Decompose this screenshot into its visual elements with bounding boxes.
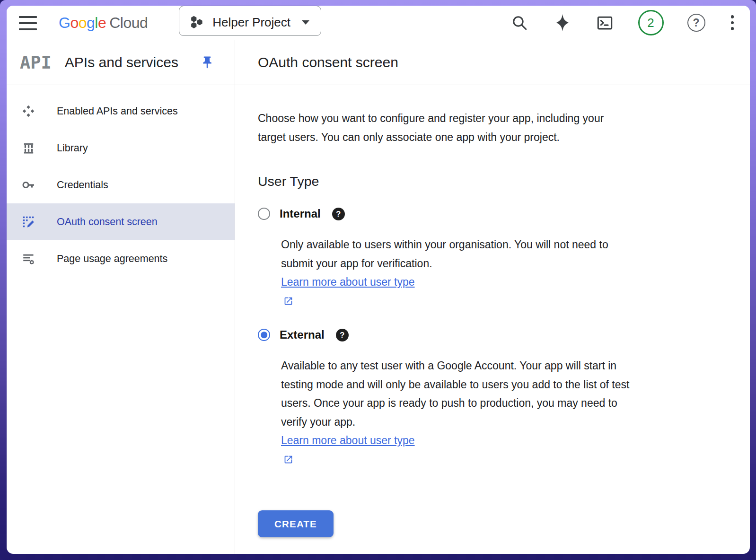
internal-help-icon[interactable]: ?	[332, 208, 345, 220]
hamburger-menu-icon[interactable]	[19, 16, 37, 30]
main-content: Choose how you want to configure and reg…	[235, 85, 750, 554]
sidebar-item-credentials[interactable]: Credentials	[7, 166, 235, 203]
external-help-icon[interactable]: ?	[336, 329, 349, 341]
page-agreements-icon	[21, 251, 36, 266]
intro-text: Choose how you want to configure and reg…	[258, 109, 750, 147]
enabled-apis-icon	[21, 104, 36, 119]
external-link-icon	[283, 296, 293, 306]
sidebar-nav: Enabled APIs and services Library	[7, 85, 235, 554]
logo-letter: G	[59, 14, 70, 31]
notification-count: 2	[647, 16, 654, 30]
logo-cloud-text: Cloud	[109, 14, 148, 31]
logo-letter: e	[98, 14, 106, 31]
gemini-sparkle-icon[interactable]	[553, 13, 572, 32]
sidebar-item-label: Page usage agreements	[57, 253, 167, 265]
external-radio[interactable]	[258, 329, 270, 341]
project-hexagons-icon	[190, 15, 204, 29]
google-cloud-logo[interactable]: GoogleCloud	[59, 14, 148, 32]
chevron-down-icon	[302, 20, 309, 25]
sidebar-item-label: Credentials	[57, 179, 108, 191]
search-icon[interactable]	[510, 13, 529, 32]
sidebar-item-label: Library	[57, 142, 88, 154]
external-label: External	[280, 328, 325, 341]
user-type-option-internal: Internal ?	[258, 207, 750, 220]
library-icon	[21, 140, 36, 156]
sidebar-item-label: OAuth consent screen	[57, 216, 158, 228]
logo-letter: l	[95, 14, 98, 31]
top-app-bar: GoogleCloud Helper Project	[7, 6, 750, 40]
oauth-consent-icon	[21, 214, 36, 229]
sidebar-item-enabled-apis[interactable]: Enabled APIs and services	[7, 93, 235, 130]
external-description: Available to any test user with a Google…	[281, 357, 750, 469]
sidebar-item-page-usage-agreements[interactable]: Page usage agreements	[7, 240, 235, 277]
logo-letter: o	[70, 14, 78, 31]
create-button[interactable]: CREATE	[258, 510, 334, 537]
project-selector[interactable]: Helper Project	[179, 6, 321, 36]
cloud-shell-icon[interactable]	[596, 13, 615, 32]
sidebar-title: APIs and services	[65, 54, 178, 70]
logo-letter: o	[79, 14, 87, 31]
internal-label: Internal	[280, 207, 321, 220]
project-name: Helper Project	[212, 15, 290, 30]
user-type-heading: User Type	[258, 174, 750, 189]
page-title: OAuth consent screen	[258, 54, 398, 70]
sidebar-item-oauth-consent-screen[interactable]: OAuth consent screen	[7, 203, 235, 240]
sidebar-item-library[interactable]: Library	[7, 130, 235, 166]
user-type-option-external: External ?	[258, 328, 750, 341]
learn-more-link[interactable]: Learn more about user type	[281, 273, 750, 307]
sidebar-header: API APIs and services	[7, 40, 235, 85]
internal-description: Only available to users within your orga…	[281, 236, 750, 310]
pin-icon[interactable]	[200, 55, 214, 70]
browser-frame: GoogleCloud Helper Project	[0, 0, 756, 560]
app-window: GoogleCloud Helper Project	[7, 6, 750, 554]
api-product-logo: API	[20, 52, 52, 73]
sidebar-item-label: Enabled APIs and services	[57, 105, 178, 117]
learn-more-link[interactable]: Learn more about user type	[281, 431, 750, 465]
external-link-icon	[283, 455, 293, 464]
header-row: API APIs and services OAuth consent scre…	[7, 40, 750, 85]
internal-radio[interactable]	[258, 208, 270, 220]
key-icon	[21, 177, 36, 192]
notifications-badge[interactable]: 2	[638, 10, 664, 35]
help-icon[interactable]: ?	[687, 14, 705, 32]
page-header: OAuth consent screen	[235, 40, 750, 85]
logo-letter: g	[87, 14, 95, 31]
more-options-icon[interactable]	[729, 13, 736, 32]
